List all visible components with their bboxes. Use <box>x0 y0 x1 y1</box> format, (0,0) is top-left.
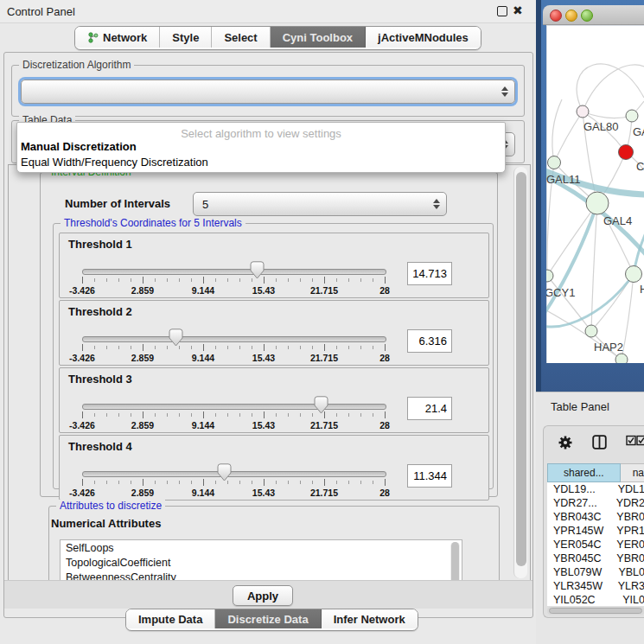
slider-tick-label: 9.144 <box>177 285 229 296</box>
minimize-traffic-light[interactable] <box>565 10 577 22</box>
slider-track[interactable] <box>82 471 386 477</box>
numerical-attributes-list[interactable]: SelfLoopsTopologicalCoefficientBetweenne… <box>60 539 462 581</box>
table-row[interactable]: YIL052CYIL0 <box>547 593 644 606</box>
table-row[interactable]: YBR045CYBR0 <box>547 552 644 565</box>
split-columns-icon[interactable] <box>592 435 607 450</box>
slider-tick <box>191 413 192 417</box>
tab-cyni-toolbox[interactable]: Cyni Toolbox <box>271 27 366 48</box>
slider-tick <box>373 346 373 349</box>
table-body[interactable]: YDL19...YDL1YDR27...YDR2YBR043CYBR0YPR14… <box>547 482 644 606</box>
tab-select-label: Select <box>224 31 257 44</box>
scrollbar-thumb[interactable] <box>451 542 459 581</box>
tab-network[interactable]: Network <box>75 27 160 48</box>
slider-tick-label: 9.144 <box>177 488 229 498</box>
threshold-card: Threshold 4-3.4262.8599.14415.4321.71528… <box>59 435 489 501</box>
slider-thumb[interactable] <box>314 396 328 414</box>
slider-track[interactable] <box>82 336 386 342</box>
slider-tick <box>312 278 313 282</box>
table-row[interactable]: YBR043CYBR0 <box>547 510 644 524</box>
column-header-shared-name[interactable]: shared... <box>547 463 621 482</box>
slider-tick <box>203 344 204 351</box>
table-panel-toolbar <box>544 431 644 457</box>
thresholds-group-label: Threshold's Coordinates for 5 Intervals <box>61 217 245 229</box>
popup-item-equal-width-frequency[interactable]: Equal Width/Frequency Discretization <box>21 156 208 169</box>
slider-tick <box>203 479 204 486</box>
network-canvas[interactable]: GAL80GACGAL11GAL4GCY1HHAP2 <box>546 25 644 363</box>
slider-tick <box>131 481 131 484</box>
popup-item-manual-discretization[interactable]: Manual Discretization <box>21 140 137 153</box>
attributes-list-scrollbar[interactable] <box>450 542 460 581</box>
cell-shared-name: YBR043C <box>547 510 609 524</box>
table-horizontal-scrollbar[interactable] <box>547 607 644 615</box>
gear-icon[interactable] <box>558 435 573 450</box>
slider-tick <box>264 479 265 486</box>
float-icon[interactable] <box>497 6 507 16</box>
network-node[interactable] <box>577 105 589 118</box>
slider-thumb[interactable] <box>250 261 265 279</box>
slider-track[interactable] <box>82 269 386 275</box>
table-row[interactable]: YDR27...YDR2 <box>547 496 644 510</box>
network-node[interactable] <box>586 192 609 214</box>
number-of-intervals-combobox[interactable]: 5 <box>193 192 447 216</box>
network-node[interactable] <box>546 270 553 282</box>
tab-style[interactable]: Style <box>160 27 212 48</box>
table-row[interactable]: YBL079WYBL0 <box>547 565 644 579</box>
network-node[interactable] <box>585 325 597 337</box>
threshold-card: Threshold 2-3.4262.8599.14415.4321.71528… <box>59 300 489 366</box>
network-node-label: GCY1 <box>546 286 575 299</box>
combo-arrows-icon <box>499 86 511 97</box>
table-row[interactable]: YER054CYER0 <box>547 538 644 552</box>
slider-tick <box>288 481 289 484</box>
slider-tick <box>167 413 168 417</box>
apply-button[interactable]: Apply <box>233 585 293 606</box>
network-node[interactable] <box>548 156 561 169</box>
network-node[interactable] <box>626 110 638 122</box>
threshold-value-field[interactable]: 21.4 <box>407 397 452 420</box>
scrollbar-thumb[interactable] <box>549 608 642 614</box>
slider-tick <box>385 411 386 418</box>
tab-select[interactable]: Select <box>212 27 270 48</box>
slider-track[interactable] <box>82 404 386 410</box>
close-icon[interactable]: ✖ <box>513 3 523 17</box>
settings-vertical-scrollbar[interactable] <box>513 167 527 578</box>
network-node[interactable] <box>619 145 634 160</box>
slider-tick <box>324 479 325 486</box>
network-node[interactable] <box>615 354 628 363</box>
slider-thumb[interactable] <box>217 463 232 481</box>
slider-tick <box>118 346 119 349</box>
slider-tick <box>300 481 301 484</box>
algorithm-combobox[interactable] <box>21 80 515 104</box>
network-edge-highlighted <box>546 274 634 327</box>
close-traffic-light[interactable] <box>550 10 562 22</box>
tab-jactivemnodules[interactable]: jActiveMNodules <box>366 27 481 48</box>
table-row[interactable]: YPR145WYPR1 <box>547 524 644 538</box>
slider-tick <box>203 277 204 284</box>
threshold-value-field[interactable]: 11.344 <box>407 464 452 488</box>
tab-discretize-data[interactable]: Discretize Data <box>215 609 321 628</box>
slider-tick <box>239 278 240 282</box>
attribute-list-item[interactable]: TopologicalCoefficient <box>61 555 462 570</box>
attributes-group: Attributes to discretize Numerical Attri… <box>48 506 500 581</box>
table-row[interactable]: YLR345WYLR3 <box>547 579 644 593</box>
column-header-name[interactable]: na <box>621 463 644 482</box>
slider-tick-label: 21.715 <box>298 488 350 498</box>
scrollbar-thumb[interactable] <box>516 172 526 566</box>
cell-shared-name: YDL19... <box>547 482 611 496</box>
slider-thumb[interactable] <box>169 328 183 347</box>
select-columns-icon[interactable] <box>626 435 644 446</box>
cell-shared-name: YER054C <box>547 538 609 552</box>
slider-tick <box>360 278 361 282</box>
slider-tick <box>82 479 83 486</box>
threshold-value-field[interactable]: 6.316 <box>407 329 452 353</box>
top-tab-bar: Network Style Select Cyni Toolbox jActiv… <box>74 26 481 50</box>
table-row[interactable]: YDL19...YDL1 <box>547 482 644 496</box>
slider-tick <box>264 411 265 418</box>
zoom-traffic-light[interactable] <box>581 10 593 22</box>
tab-impute-data[interactable]: Impute Data <box>126 609 215 628</box>
control-panel-titlebar: Control Panel ✖ <box>0 0 536 23</box>
attribute-list-item[interactable]: SelfLoops <box>61 540 462 555</box>
threshold-title: Threshold 4 <box>68 440 132 453</box>
threshold-value-field[interactable]: 14.713 <box>407 262 452 285</box>
network-node[interactable] <box>626 266 642 283</box>
tab-infer-network[interactable]: Infer Network <box>322 609 418 628</box>
